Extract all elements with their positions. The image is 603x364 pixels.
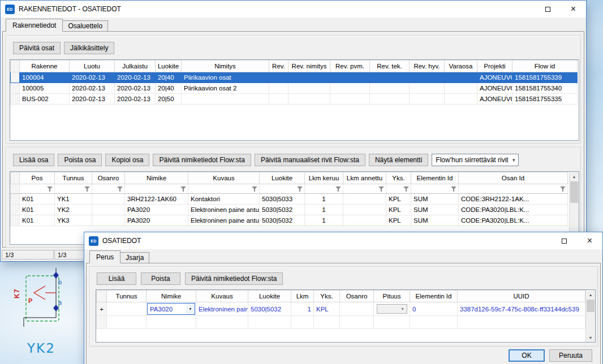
- vertical-scrollbar[interactable]: ▲ ▼: [585, 290, 595, 342]
- col-elementin-id[interactable]: Elementin Id: [411, 172, 459, 184]
- filter-cell[interactable]: [92, 184, 125, 194]
- parts-row[interactable]: K01YK2PA3020Elektroninen paine anturi503…: [11, 205, 568, 215]
- parts-row[interactable]: K01YK3PA3020Elektroninen paine anturi503…: [11, 215, 568, 226]
- peruuta-button[interactable]: Peruuta: [549, 349, 592, 362]
- nayta-elementti-button[interactable]: Näytä elementti: [369, 154, 428, 166]
- tab-rakennetiedot[interactable]: Rakennetiedot: [6, 19, 63, 32]
- close-button[interactable]: ×: [577, 232, 602, 249]
- col-rev-nimitys[interactable]: Rev. nimitys: [288, 60, 330, 72]
- col-osanro[interactable]: Osanro: [340, 291, 374, 302]
- col-luokite[interactable]: Luokite: [156, 60, 182, 72]
- maximize-button[interactable]: [535, 1, 561, 18]
- filter-cell[interactable]: [20, 184, 55, 194]
- structures-row[interactable]: BUS-0022020-02-132020-02-1320|50AJONEUVO…: [11, 94, 578, 105]
- col-pos[interactable]: Pos: [20, 172, 55, 184]
- maximize-button[interactable]: [552, 232, 577, 249]
- col-osan-id[interactable]: Osan Id: [459, 172, 568, 184]
- filter-cell[interactable]: [411, 184, 459, 194]
- filter-cell[interactable]: [55, 184, 92, 194]
- col-pituus[interactable]: Pituus: [374, 291, 410, 302]
- close-button[interactable]: ×: [561, 1, 586, 18]
- osanro-cell[interactable]: [340, 302, 374, 316]
- col-luokite[interactable]: Luokite: [260, 172, 305, 184]
- col-lkm-annettu[interactable]: Lkm annettu: [343, 172, 386, 184]
- paivita-nimiketiedot-flow-button[interactable]: Päivitä nimiketiedot Flow:sta: [185, 272, 283, 285]
- pituus-dropdown[interactable]: ▾: [377, 304, 407, 314]
- uuid-cell[interactable]: 3387d126-59c7-475c-808c-ff33144dc539: [458, 302, 585, 316]
- cell: K01: [20, 215, 55, 226]
- main-titlebar[interactable]: ED RAKENNETIEDOT - OSATIEDOT ×: [1, 1, 586, 18]
- part-header-row: Tunnus Nimike Kuvaus Luokite Lkm Yks. Os…: [97, 291, 585, 302]
- flow-rows-dropdown[interactable]: Flow'hun siirrettävät rivit ▾: [432, 154, 519, 166]
- paivita-manuaaliset-button[interactable]: Päivitä manuaaliset rivit Flow:sta: [255, 154, 365, 166]
- scroll-up-button[interactable]: ▲: [586, 290, 595, 299]
- lisaa-button[interactable]: Lisää: [97, 272, 136, 285]
- filter-cell[interactable]: [343, 184, 386, 194]
- cell: [291, 316, 314, 329]
- col-nimike[interactable]: Nimike: [147, 291, 196, 302]
- ok-button[interactable]: OK: [509, 349, 545, 362]
- poista-button[interactable]: Poista: [141, 272, 180, 285]
- col-rev-hyv[interactable]: Rev. hyv.: [410, 60, 445, 72]
- osatiedot-titlebar[interactable]: ED OSATIEDOT ×: [84, 232, 602, 249]
- scroll-up-button[interactable]: ▲: [570, 172, 579, 181]
- scroll-thumb[interactable]: [587, 300, 595, 312]
- cell: KPL: [386, 215, 411, 226]
- col-julkaistu[interactable]: Julkaistu: [115, 60, 156, 72]
- col-projekti[interactable]: Projekti: [477, 60, 512, 72]
- cell: [410, 316, 458, 329]
- col-rakenne[interactable]: Rakenne: [20, 60, 70, 72]
- col-flow-id[interactable]: Flow id: [512, 60, 578, 72]
- filter-cell[interactable]: [188, 184, 260, 194]
- scroll-track[interactable]: [570, 181, 579, 235]
- col-rev[interactable]: Rev.: [269, 60, 288, 72]
- col-nimitys[interactable]: Nimitys: [182, 60, 269, 72]
- col-uuid[interactable]: UUID: [458, 291, 585, 302]
- lkm-cell[interactable]: 1: [291, 302, 314, 316]
- filter-cell[interactable]: [459, 184, 568, 194]
- filter-cell[interactable]: [305, 184, 343, 194]
- col-kuvaus[interactable]: Kuvaus: [196, 291, 248, 302]
- col-lkm[interactable]: Lkm: [291, 291, 314, 302]
- col-rev-tek[interactable]: Rev. tek.: [370, 60, 410, 72]
- elementin-id-cell[interactable]: 0: [410, 302, 458, 316]
- paivita-osat-button[interactable]: Päivitä osat: [13, 42, 61, 54]
- col-luotu[interactable]: Luotu: [70, 60, 115, 72]
- luokite-cell[interactable]: 5030|5032: [248, 302, 291, 316]
- filter-cell[interactable]: [260, 184, 305, 194]
- col-elementin-id[interactable]: Elementin Id: [410, 291, 458, 302]
- scroll-down-button[interactable]: ▼: [586, 333, 595, 342]
- col-yks[interactable]: Yks.: [386, 172, 411, 184]
- col-yks[interactable]: Yks.: [314, 291, 340, 302]
- scroll-track[interactable]: [586, 299, 595, 333]
- parts-row[interactable]: K01YK13RH2122-1AK60Kontaktori5030|50331K…: [11, 194, 568, 205]
- kuvaus-cell[interactable]: Elektroninen paine: [196, 302, 248, 316]
- col-osanro[interactable]: Osanro: [92, 172, 125, 184]
- col-lkm-keruu[interactable]: Lkm keruu: [305, 172, 343, 184]
- part-edit-row[interactable]: + PA3020 ▾ Elektroninen paine 5030|5032 …: [97, 302, 585, 316]
- tab-perus[interactable]: Perus: [89, 250, 120, 263]
- tab-osaluettelo[interactable]: Osaluettelo: [62, 20, 108, 32]
- jalkikasittely-button[interactable]: Jälkikäsittely: [64, 42, 114, 54]
- structures-row[interactable]: 1000042020-02-132020-02-1320|40Piirikaav…: [11, 72, 578, 83]
- nimike-dropdown[interactable]: PA3020 ▾: [147, 303, 195, 315]
- filter-cell[interactable]: [386, 184, 411, 194]
- filter-cell[interactable]: [125, 184, 188, 194]
- col-luokite[interactable]: Luokite: [248, 291, 291, 302]
- col-rev-pvm[interactable]: Rev. pvm.: [330, 60, 370, 72]
- kopioi-osa-button[interactable]: Kopioi osa: [105, 154, 149, 166]
- yks-cell[interactable]: KPL: [314, 302, 340, 316]
- lisaa-osa-button[interactable]: Lisää osa: [13, 154, 54, 166]
- structures-row[interactable]: 1000052020-02-132020-02-1320|40Piirikaav…: [11, 83, 578, 94]
- col-tunnus[interactable]: Tunnus: [55, 172, 92, 184]
- scroll-thumb[interactable]: [570, 181, 578, 203]
- paivita-nimiketiedot-button[interactable]: Päivitä nimiketiedot Flow:sta: [153, 154, 251, 166]
- col-kuvaus[interactable]: Kuvaus: [188, 172, 260, 184]
- tab-jsarja[interactable]: Jsarja: [120, 252, 149, 263]
- tunnus-cell[interactable]: [107, 302, 147, 316]
- col-varaosa[interactable]: Varaosa: [445, 60, 477, 72]
- poista-osa-button[interactable]: Poista osa: [58, 154, 102, 166]
- maximize-icon: [545, 7, 550, 12]
- col-nimike[interactable]: Nimike: [125, 172, 188, 184]
- col-tunnus[interactable]: Tunnus: [107, 291, 147, 302]
